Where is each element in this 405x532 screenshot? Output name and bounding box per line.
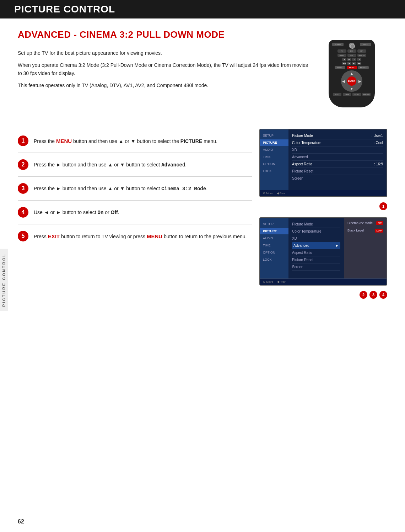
screen-mockup-1: SETUP PICTURE AUDIO TIME OPTION LOCK Pic… [259, 129, 387, 197]
screen-1-main: Picture Mode : User1 Color Temperature :… [288, 129, 387, 190]
audio-button[interactable]: AUDIO [338, 54, 346, 57]
step-2-text: Press the ► button and then use ▲ or ▼ b… [34, 159, 187, 169]
picture-key-1: PICTURE [180, 138, 202, 144]
sidebar-setup: SETUP [260, 132, 288, 139]
badge-1: 1 [379, 202, 387, 210]
step-1: 1 Press the MENU button and then use ▲ o… [18, 129, 252, 153]
badge-4: 4 [379, 291, 387, 299]
page-number: 62 [18, 518, 24, 525]
tv-input-button[interactable]: TV INPUT [332, 43, 344, 46]
screen-2-inner: SETUP PICTURE AUDIO TIME OPTION LOCK Pic… [260, 218, 387, 278]
exit-button[interactable]: EXIT [333, 93, 341, 96]
play-button[interactable]: ▶ [347, 58, 351, 61]
sidebar-picture: PICTURE [260, 139, 288, 146]
step-number-2: 2 [18, 159, 28, 170]
screen-2-main: Picture Mode Color Temperature XD Advanc… [288, 218, 344, 278]
timer-button[interactable]: TIMER [343, 93, 351, 96]
sidebar2-option: OPTION [260, 249, 288, 256]
pause-button[interactable]: ⏸ [352, 58, 356, 61]
section-title: ADVANCED - CINEMA 3:2 PULL DOWN MODE [18, 29, 309, 40]
step-number-5: 5 [18, 231, 28, 241]
sidebar2-lock: LOCK [260, 256, 288, 263]
screen-2-footer: ⊕ Move ◀ Prev [260, 278, 387, 285]
nav-outer[interactable]: ▲ ▼ ◀ ▶ ENTER [341, 70, 362, 92]
step-3: 3 Press the ► button and then use ▲ or ▼… [18, 177, 252, 201]
menu-color-temp: Color Temperature : Cool [292, 139, 383, 147]
hdmi-button[interactable]: HDMI HD [357, 54, 366, 57]
sidebar-lock: LOCK [260, 168, 288, 174]
menu2-screen: Screen [292, 264, 340, 271]
nav-down-icon[interactable]: ▼ [350, 87, 353, 91]
dvd-button[interactable]: DVD [347, 49, 356, 53]
record-button[interactable]: ● [357, 58, 361, 61]
menu-advanced: Advanced [292, 154, 383, 161]
screen-2-sidebar: SETUP PICTURE AUDIO TIME OPTION LOCK [260, 218, 288, 278]
vcr-button[interactable]: VCR [357, 49, 366, 53]
menu-button[interactable]: MENU [347, 66, 357, 69]
badge-2: 2 [360, 291, 367, 299]
step-number-3: 3 [18, 183, 28, 194]
fast-fwd-button[interactable]: ▶▶ [357, 62, 361, 65]
header-title: PICTURE CONTROL [14, 4, 115, 15]
bright-plus-button[interactable]: BRIGHT + [358, 66, 369, 69]
nav-up-icon[interactable]: ▲ [350, 71, 353, 75]
nav-left-icon[interactable]: ◀ [342, 79, 345, 83]
stop-button[interactable]: ■ [342, 58, 346, 61]
screen-2-submenu: Cinema 3:2 Mode Off Black Level Low [344, 218, 387, 278]
left-column: ADVANCED - CINEMA 3:2 PULL DOWN MODE Set… [18, 29, 309, 111]
menu-key-1: MENU [56, 138, 72, 144]
cinema-mode-key: Cinema 3:2 Mode [161, 186, 206, 192]
sidebar2-setup: SETUP [260, 221, 288, 227]
skip-fwd-button[interactable]: ▶| [352, 62, 356, 65]
sidebar2-audio: AUDIO [260, 235, 288, 241]
submenu-black-level: Black Level Low [346, 228, 384, 234]
enter-button[interactable]: ENTER [347, 76, 356, 86]
skip-back-button[interactable]: |◀ [347, 62, 351, 65]
step-4-text: Use ◄ or ► button to select On or Off. [34, 207, 119, 217]
page-header: PICTURE CONTROL [0, 0, 405, 18]
sidebar-audio: AUDIO [260, 147, 288, 153]
step-5-text: Press EXIT button to return to TV viewin… [34, 231, 247, 241]
ratio-button[interactable]: RATIO [352, 93, 361, 96]
badge-3: 3 [369, 291, 377, 299]
tv-button[interactable]: TV [338, 49, 346, 53]
menu-key-2: MENU [147, 233, 162, 239]
input-button[interactable]: INPUT [360, 43, 371, 46]
bright-minus-button[interactable]: BRIGHT - [335, 66, 345, 69]
on-key: On [97, 210, 103, 216]
menu-screen: Screen [292, 175, 383, 182]
power-button[interactable] [349, 43, 355, 48]
description-para1: Set up the TV for the best picture appea… [18, 49, 309, 57]
nav-right-icon[interactable]: ▶ [358, 79, 361, 83]
menu2-xd: XD [292, 235, 340, 242]
sidebar-time: TIME [260, 154, 288, 160]
steps-area: 1 Press the MENU button and then use ▲ o… [0, 122, 405, 306]
sidebar-option: OPTION [260, 161, 288, 167]
menu2-picture-reset: Picture Reset [292, 256, 340, 264]
rewind-button[interactable]: ◀◀ [342, 62, 346, 65]
screens-column: SETUP PICTURE AUDIO TIME OPTION LOCK Pic… [259, 129, 387, 299]
stb-button[interactable]: STB [347, 54, 356, 57]
menu2-color-temp: Color Temperature [292, 228, 340, 235]
menu2-picture-mode: Picture Mode [292, 221, 340, 228]
menu-picture-reset: Picture Reset [292, 168, 383, 175]
exit-key: EXIT [48, 233, 60, 239]
sidebar2-time: TIME [260, 242, 288, 249]
simplink-button[interactable]: SIMPLINK [362, 93, 371, 96]
steps-list: 1 Press the MENU button and then use ▲ o… [18, 129, 252, 299]
side-label: PICTURE CONTROL [0, 249, 8, 311]
screen-1-footer: ⊕ Move ◀ Prev [260, 190, 387, 196]
step-1-text: Press the MENU button and then use ▲ or … [34, 135, 217, 145]
description-para3: This feature operates only in TV (Analog… [18, 81, 309, 89]
menu-xd: XD [292, 147, 383, 154]
main-content: ADVANCED - CINEMA 3:2 PULL DOWN MODE Set… [0, 18, 405, 122]
screen-mockup-2: SETUP PICTURE AUDIO TIME OPTION LOCK Pic… [259, 217, 387, 286]
badge-row-234: 2 3 4 [259, 291, 387, 299]
step-4: 4 Use ◄ or ► button to select On or Off. [18, 201, 252, 224]
menu-picture-mode: Picture Mode : User1 [292, 132, 383, 139]
remote-control: TV INPUT INPUT TV DVD VCR AUDIO STB HDM [329, 40, 375, 107]
menu2-advanced: Advanced ► [292, 242, 340, 249]
remote-container: TV INPUT INPUT TV DVD VCR AUDIO STB HDM [316, 36, 387, 111]
step-number-4: 4 [18, 207, 28, 218]
menu-aspect-ratio: Aspect Ratio : 16:9 [292, 161, 383, 168]
